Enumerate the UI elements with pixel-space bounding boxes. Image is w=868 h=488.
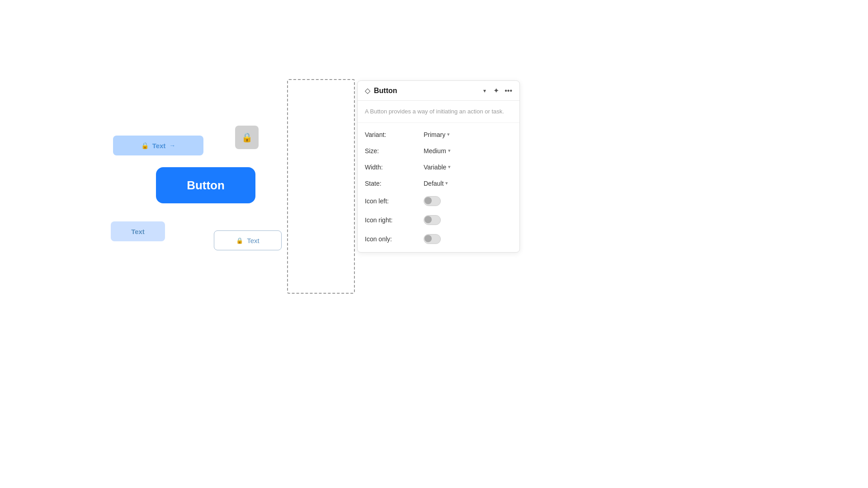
lock-icon-gray: 🔒 — [241, 132, 253, 143]
btn-text-only-label: Text — [131, 228, 145, 235]
panel-description: A Button provides a way of initiating an… — [358, 101, 519, 123]
toggle-icon-left[interactable] — [424, 196, 441, 206]
property-row-variant: Variant: Primary ▾ — [358, 127, 519, 143]
panel-header: ◇ Button ▾ ✦ ••• — [358, 81, 519, 101]
button-small-blue[interactable]: 🔒 Text → — [113, 136, 203, 155]
size-value-text: Medium — [424, 147, 446, 155]
btn-small-text: Text — [152, 142, 166, 150]
more-options-icon[interactable]: ••• — [505, 87, 512, 95]
button-text-only[interactable]: Text — [111, 221, 165, 241]
property-row-icon-left: Icon left: — [358, 192, 519, 211]
property-label-icon-only: Icon only: — [365, 235, 424, 243]
button-primary-label: Button — [187, 178, 225, 192]
variant-value-text: Primary — [424, 131, 445, 138]
property-label-width: Width: — [365, 164, 424, 171]
property-row-width: Width: Variable ▾ — [358, 159, 519, 175]
lock-icon-outlined: 🔒 — [236, 237, 243, 244]
panel-title: Button — [374, 87, 478, 95]
property-row-state: State: Default ▾ — [358, 175, 519, 192]
move-icon[interactable]: ✦ — [493, 86, 499, 95]
state-value-text: Default — [424, 180, 443, 187]
property-label-state: State: — [365, 180, 424, 187]
property-label-icon-left: Icon left: — [365, 197, 424, 205]
property-label-icon-right: Icon right: — [365, 216, 424, 224]
property-value-size[interactable]: Medium ▾ — [424, 147, 451, 155]
property-row-size: Size: Medium ▾ — [358, 143, 519, 159]
width-chevron-icon: ▾ — [448, 164, 451, 170]
toggle-icon-right[interactable] — [424, 215, 441, 225]
button-gray-lock[interactable]: 🔒 — [235, 126, 259, 149]
property-row-icon-right: Icon right: — [358, 211, 519, 230]
panel-chevron-icon[interactable]: ▾ — [483, 88, 486, 94]
toggle-icon-only[interactable] — [424, 234, 441, 244]
button-primary-main[interactable]: Button — [156, 167, 255, 203]
property-value-width[interactable]: Variable ▾ — [424, 164, 451, 171]
variant-chevron-icon: ▾ — [447, 131, 450, 137]
variants-panel: ◇ Button ▾ ✦ ••• A Button provides a way… — [357, 80, 520, 253]
property-label-variant: Variant: — [365, 131, 424, 138]
width-value-text: Variable — [424, 164, 446, 171]
diamond-icon: ◇ — [365, 86, 370, 95]
panel-properties: Variant: Primary ▾ Size: Medium ▾ Width:… — [358, 123, 519, 252]
state-chevron-icon: ▾ — [445, 180, 448, 186]
property-value-state[interactable]: Default ▾ — [424, 180, 448, 187]
lock-icon: 🔒 — [141, 142, 149, 149]
selection-box — [287, 79, 355, 294]
canvas-area: Button 🔒 Text → 🔒 Text 🔒 Text — [0, 0, 357, 488]
size-chevron-icon: ▾ — [448, 148, 451, 154]
arrow-right-icon: → — [169, 142, 175, 149]
property-label-size: Size: — [365, 147, 424, 155]
btn-outlined-text: Text — [247, 237, 259, 244]
property-row-icon-only: Icon only: — [358, 230, 519, 249]
button-outlined[interactable]: 🔒 Text — [214, 230, 282, 250]
property-value-variant[interactable]: Primary ▾ — [424, 131, 450, 138]
